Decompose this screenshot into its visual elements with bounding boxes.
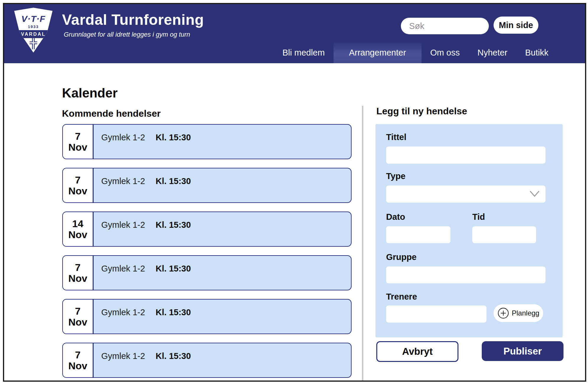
event-title: Gymlek 1-2 [101, 351, 145, 377]
event-date-badge: 7 Nov [63, 343, 94, 377]
schedule-button-label: Planlegg [512, 309, 539, 317]
event-title: Gymlek 1-2 [101, 133, 145, 159]
event-date-badge: 7 Nov [63, 300, 94, 334]
event-card[interactable]: 7 Nov Gymlek 1-2 Kl. 15:30 [62, 299, 352, 334]
event-card-body: Gymlek 1-2 Kl. 15:30 [94, 300, 191, 334]
trainers-label: Trenere [386, 292, 417, 302]
event-list: 7 Nov Gymlek 1-2 Kl. 15:30 7 Nov Gymlek … [62, 124, 352, 382]
time-input[interactable] [472, 226, 536, 243]
event-card-body: Gymlek 1-2 Kl. 15:30 [94, 168, 191, 202]
header: V·T·F 1933 VARDAL ╬ Vardal Turnforening … [4, 4, 585, 63]
event-time: Kl. 15:30 [156, 133, 191, 159]
event-day: 7 [75, 350, 81, 360]
page-canvas: V·T·F 1933 VARDAL ╬ Vardal Turnforening … [0, 0, 588, 387]
event-date-badge: 7 Nov [63, 125, 94, 159]
event-card[interactable]: 14 Nov Gymlek 1-2 Kl. 15:30 [62, 212, 352, 247]
title-input[interactable] [386, 147, 545, 164]
event-title: Gymlek 1-2 [101, 308, 145, 334]
nav-item-butikk[interactable]: Butikk [516, 42, 557, 63]
event-month: Nov [68, 186, 87, 196]
title-label: Tittel [386, 132, 406, 142]
site-tagline: Grunnlaget for all idrett legges i gym o… [64, 31, 190, 38]
type-label: Type [386, 171, 406, 181]
page-title: Kalender [62, 86, 117, 100]
event-time: Kl. 15:30 [156, 308, 191, 334]
event-date-badge: 7 Nov [63, 168, 94, 202]
nav-item-bli-medlem[interactable]: Bli medlem [274, 42, 334, 63]
event-month: Nov [68, 361, 87, 371]
event-month: Nov [68, 317, 87, 327]
event-day: 7 [75, 131, 81, 141]
date-label: Dato [386, 212, 405, 222]
event-time: Kl. 15:30 [156, 264, 191, 290]
upcoming-events-heading: Kommende hendelser [62, 108, 161, 119]
event-card-body: Gymlek 1-2 Kl. 15:30 [94, 343, 191, 377]
trainers-input[interactable] [386, 305, 486, 323]
event-title: Gymlek 1-2 [101, 176, 145, 202]
event-date-badge: 7 Nov [63, 256, 94, 290]
column-divider [362, 106, 363, 381]
club-logo: V·T·F 1933 VARDAL ╬ [14, 8, 53, 53]
event-time: Kl. 15:30 [156, 176, 191, 202]
event-title: Gymlek 1-2 [101, 264, 145, 290]
nav-item-om-oss[interactable]: Om oss [422, 42, 469, 63]
event-card[interactable]: 7 Nov Gymlek 1-2 Kl. 15:30 [62, 124, 352, 159]
event-card-body: Gymlek 1-2 Kl. 15:30 [94, 212, 191, 246]
event-title: Gymlek 1-2 [101, 220, 145, 246]
time-label: Tid [472, 212, 485, 222]
event-date-badge: 14 Nov [63, 212, 94, 246]
add-event-heading: Legg til ny hendelse [376, 106, 467, 117]
main-nav: Bli medlem Arrangementer Om oss Nyheter … [274, 42, 557, 63]
add-event-panel: Tittel Type Dato Tid Gruppe Trenere [375, 124, 563, 337]
event-day: 14 [72, 219, 84, 229]
logo-initials: V·T·F [14, 14, 53, 24]
page-frame: V·T·F 1933 VARDAL ╬ Vardal Turnforening … [3, 3, 586, 382]
event-day: 7 [75, 306, 81, 316]
event-card-body: Gymlek 1-2 Kl. 15:30 [94, 256, 191, 290]
my-page-button[interactable]: Min side [494, 17, 538, 34]
group-label: Gruppe [386, 252, 416, 262]
site-title: Vardal Turnforening [62, 11, 204, 28]
group-input[interactable] [386, 266, 545, 283]
date-input[interactable] [386, 226, 450, 243]
event-card-body: Gymlek 1-2 Kl. 15:30 [94, 125, 191, 159]
nav-item-nyheter[interactable]: Nyheter [468, 42, 516, 63]
schedule-button[interactable]: Planlegg [494, 304, 543, 322]
nav-item-arrangementer[interactable]: Arrangementer [334, 42, 421, 63]
event-month: Nov [68, 273, 87, 283]
publish-button[interactable]: Publiser [482, 341, 564, 361]
event-time: Kl. 15:30 [156, 220, 191, 246]
event-card[interactable]: 7 Nov Gymlek 1-2 Kl. 15:30 [62, 255, 352, 290]
event-month: Nov [68, 230, 87, 240]
event-day: 7 [75, 175, 81, 185]
logo-year: 1933 [14, 25, 53, 29]
logo-cross-icon: ╬ [14, 37, 53, 48]
event-card[interactable]: 7 Nov Gymlek 1-2 Kl. 15:30 [62, 168, 352, 203]
chevron-down-icon [530, 191, 540, 198]
event-day: 7 [75, 262, 81, 272]
event-time: Kl. 15:30 [156, 351, 191, 377]
logo-shield: V·T·F 1933 VARDAL ╬ [14, 8, 53, 53]
event-card[interactable]: 7 Nov Gymlek 1-2 Kl. 15:30 [62, 343, 352, 378]
plus-circle-icon [497, 307, 509, 319]
search-box[interactable] [401, 18, 489, 34]
type-select[interactable] [386, 186, 545, 203]
event-month: Nov [68, 142, 87, 152]
cancel-button[interactable]: Avbryt [376, 341, 458, 362]
